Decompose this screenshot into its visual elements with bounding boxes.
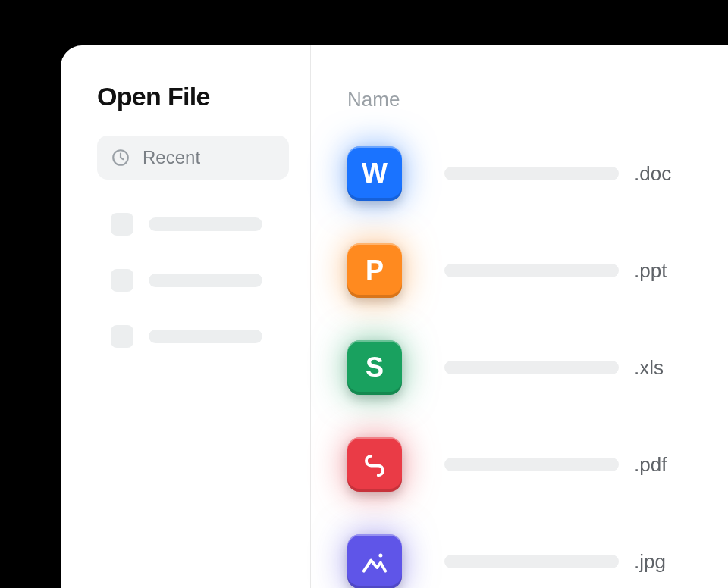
file-row-ppt[interactable]: P .ppt [347,236,728,305]
placeholder-icon [111,325,133,348]
file-row-jpg[interactable]: .jpg [347,527,728,588]
powerpoint-icon: P [347,243,402,298]
sidebar-item-label: Recent [143,147,200,168]
svg-point-1 [378,554,382,558]
file-icon-letter: P [366,255,384,286]
placeholder-label [149,217,262,231]
file-name-placeholder [444,361,619,374]
file-name-placeholder [444,458,619,471]
placeholder-icon [111,213,133,236]
column-header-name: Name [347,88,728,111]
file-name-placeholder [444,264,619,277]
placeholder-icon [111,269,133,292]
file-extension: .xls [634,356,664,380]
sidebar: Open File Recent [61,45,311,588]
pdf-icon [347,437,402,492]
sidebar-item-recent[interactable]: Recent [97,136,289,180]
image-icon [347,534,402,588]
placeholder-label [149,330,262,343]
file-row-pdf[interactable]: .pdf [347,430,728,499]
open-file-dialog: Open File Recent Name W [61,45,728,588]
file-extension: .ppt [634,259,667,283]
placeholder-label [149,274,262,287]
sidebar-item-placeholder[interactable] [97,325,289,348]
file-row-doc[interactable]: W .doc [347,139,728,208]
file-icon-letter: W [362,158,388,189]
clock-icon [111,148,130,167]
spreadsheet-icon: S [347,340,402,395]
word-icon: W [347,146,402,201]
file-row-xls[interactable]: S .xls [347,333,728,402]
dialog-title: Open File [97,82,289,111]
file-extension: .jpg [634,550,666,574]
file-list-panel: Name W .doc P .ppt S .xls [311,45,728,588]
file-extension: .doc [634,162,671,186]
sidebar-item-placeholder[interactable] [97,213,289,236]
sidebar-item-placeholder[interactable] [97,269,289,292]
file-icon-letter: S [366,352,384,383]
file-extension: .pdf [634,453,667,477]
file-name-placeholder [444,555,619,568]
file-name-placeholder [444,167,619,180]
